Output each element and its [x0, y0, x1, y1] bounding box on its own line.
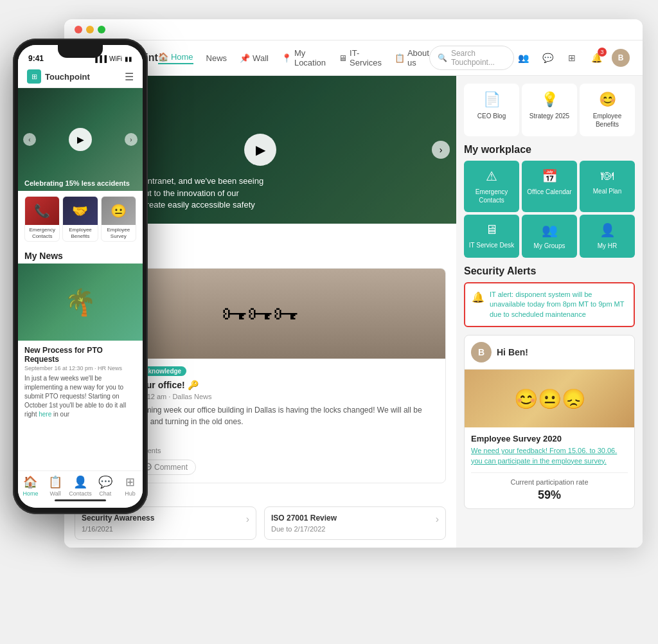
- wp-meal-plan[interactable]: 🍽 Meal Plan: [580, 161, 635, 212]
- phone-play-button[interactable]: ▶: [69, 128, 92, 151]
- nav-about[interactable]: 📋 About us: [395, 48, 429, 67]
- search-icon: 🔍: [438, 53, 447, 62]
- phone-logo: ⊞ Touchpoint: [27, 69, 90, 84]
- phone-logo-text: Touchpoint: [45, 72, 90, 82]
- hero-next-arrow[interactable]: ›: [432, 141, 450, 159]
- nav-home[interactable]: 🏠 Home: [158, 52, 193, 64]
- phone-nav-contacts[interactable]: 👤 Contacts: [68, 475, 93, 497]
- phone-news-body: New Process for PTO Requests September 1…: [18, 341, 143, 424]
- nav-bell-icon[interactable]: 🔔 3: [587, 49, 605, 67]
- security-alert-box: 🔔 IT alert: disponent system will be una…: [464, 282, 635, 327]
- browser-header: [64, 19, 643, 40]
- phone-ql-benefits-label: Employee Benefits: [63, 225, 97, 241]
- user-avatar: B: [471, 342, 492, 362]
- security-title: Security Alerts: [464, 265, 635, 277]
- ceo-blog-label: CEO Blog: [477, 112, 506, 120]
- phone-quick-links: 📞 Emergency Contacts 🤝 Employee Benefits…: [18, 191, 143, 247]
- phone-wall-icon: 📋: [48, 475, 62, 489]
- phone-news-link[interactable]: here: [39, 411, 51, 418]
- nav-news[interactable]: News: [206, 53, 227, 63]
- chevron-icon: ›: [246, 514, 249, 525]
- phone-news-meta: September 16 at 12:30 pm · HR News: [24, 365, 136, 371]
- survey-desc[interactable]: We need your feedback! From 15.06. to 30…: [471, 446, 628, 466]
- phone-hub-icon: ⊞: [125, 475, 135, 489]
- nav-wall[interactable]: 📌 Wall: [240, 53, 269, 63]
- nav-links: 🏠 Home News 📌 Wall 📍 My Location 🖥 IT-Se…: [158, 48, 429, 67]
- wp-my-hr[interactable]: 👤 My HR: [580, 215, 635, 258]
- phone-wall-label: Wall: [50, 490, 61, 497]
- ceo-blog-icon: 📄: [483, 91, 501, 108]
- nav-location[interactable]: 📍 My Location: [281, 48, 326, 67]
- phone-nav-chat[interactable]: 💬 Chat: [93, 475, 118, 497]
- survey-card-header: B Hi Ben!: [465, 335, 634, 370]
- my-groups-label: My Groups: [534, 242, 565, 250]
- alert-text: IT alert: disponent system will be unava…: [490, 290, 627, 319]
- phone-ql-emergency-icon: 📞: [25, 197, 59, 225]
- battery-icon: ▮▮: [125, 55, 132, 62]
- nav-chat-icon[interactable]: 💬: [538, 49, 556, 67]
- phone-screen: 9:41 ▐▐▐ WiFi ▮▮ ⊞ Touchpoint ☰ ‹ ›: [18, 45, 143, 508]
- wp-emergency-contacts[interactable]: ⚠ Emergency Contacts: [464, 161, 519, 212]
- strategy-icon: 💡: [541, 91, 558, 108]
- participation-box: Current participation rate 59%: [471, 472, 628, 502]
- survey-card: B Hi Ben! 😊😐😞 Employee Survey 2020 We ne…: [464, 335, 635, 509]
- nav-search-box[interactable]: 🔍 Search Touchpoint...: [429, 46, 514, 70]
- workplace-section: My workplace ⚠ Emergency Contacts 📅 Offi…: [464, 144, 635, 258]
- wp-it-service-desk[interactable]: 🖥 IT Service Desk: [464, 215, 519, 258]
- phone-news-title: New Process for PTO Requests: [24, 346, 136, 364]
- strategy-label: Strategy 2025: [529, 112, 569, 120]
- phone-hero-next[interactable]: ›: [125, 133, 138, 146]
- phone-news-image: 🌴: [18, 264, 143, 341]
- ql-strategy[interactable]: 💡 Strategy 2025: [522, 84, 577, 136]
- phone-logo-icon: ⊞: [27, 69, 41, 84]
- small-card-iso-date: Due to 2/17/2022: [271, 525, 439, 533]
- small-card-security-date: 1/16/2021: [82, 525, 249, 533]
- greeting-text: Hi Ben!: [497, 347, 528, 357]
- phone-header: ⊞ Touchpoint ☰: [18, 66, 143, 88]
- phone-ql-benefits[interactable]: 🤝 Employee Benefits: [62, 196, 98, 242]
- notification-badge: 3: [598, 48, 607, 57]
- wifi-icon: WiFi: [109, 55, 122, 62]
- ql-ceo-blog[interactable]: 📄 CEO Blog: [464, 84, 519, 136]
- meal-plan-icon: 🍽: [601, 168, 614, 183]
- phone-hero-prev[interactable]: ‹: [23, 133, 36, 146]
- phone-ql-survey-label: Employee Survey: [102, 225, 136, 241]
- small-card-iso-title: ISO 27001 Review: [271, 514, 439, 523]
- main-content: ▶ ‹ › rolled out our new intranet, and w…: [64, 76, 643, 548]
- ql-employee-benefits[interactable]: 😊 Employee Benefits: [580, 84, 635, 136]
- meal-plan-label: Meal Plan: [593, 187, 621, 195]
- close-dot[interactable]: [75, 26, 82, 33]
- phone-chat-icon: 💬: [98, 475, 112, 489]
- phone-home-icon: 🏠: [23, 475, 37, 489]
- office-calendar-icon: 📅: [542, 168, 558, 184]
- nav-people-icon[interactable]: 👥: [514, 49, 532, 67]
- alert-bell-icon: 🔔: [472, 291, 485, 303]
- phone-chat-label: Chat: [99, 490, 111, 497]
- minimize-dot[interactable]: [86, 26, 94, 33]
- phone-bottom-nav: 🏠 Home 📋 Wall 👤 Contacts 💬 Chat: [18, 470, 143, 508]
- wp-office-calendar[interactable]: 📅 Office Calendar: [522, 161, 577, 212]
- phone-ql-survey[interactable]: 😐 Employee Survey: [101, 196, 136, 242]
- small-card-iso[interactable]: › ISO 27001 Review Due to 2/17/2022: [264, 506, 446, 540]
- browser-window: ⊞ Touchpoint 🏠 Home News 📌 Wall 📍 My Loc…: [64, 19, 643, 548]
- nav-grid-icon[interactable]: ⊞: [563, 49, 581, 67]
- phone-menu-icon[interactable]: ☰: [125, 71, 134, 83]
- top-nav: ⊞ Touchpoint 🏠 Home News 📌 Wall 📍 My Loc…: [64, 40, 643, 76]
- wp-my-groups[interactable]: 👥 My Groups: [522, 215, 577, 258]
- phone-notch: [58, 45, 103, 58]
- it-service-desk-label: IT Service Desk: [469, 241, 514, 249]
- participation-pct: 59%: [471, 488, 628, 502]
- phone-nav-hub[interactable]: ⊞ Hub: [118, 475, 143, 497]
- phone-nav-wall[interactable]: 📋 Wall: [43, 475, 68, 497]
- nav-user-avatar[interactable]: B: [612, 49, 630, 67]
- survey-title: Employee Survey 2020: [471, 434, 628, 443]
- nav-it-services[interactable]: 🖥 IT-Services: [339, 48, 382, 67]
- phone-nav-home[interactable]: 🏠 Home: [18, 475, 43, 497]
- phone-ql-emergency[interactable]: 📞 Emergency Contacts: [24, 196, 60, 242]
- phone-ql-survey-icon: 😐: [102, 197, 136, 225]
- quick-links-grid: 📄 CEO Blog 💡 Strategy 2025 😊 Employee Be…: [464, 84, 635, 136]
- phone-home-indicator: [55, 499, 106, 501]
- mobile-phone: 9:41 ▐▐▐ WiFi ▮▮ ⊞ Touchpoint ☰ ‹ ›: [13, 39, 148, 514]
- maximize-dot[interactable]: [98, 26, 105, 33]
- search-placeholder: Search Touchpoint...: [451, 49, 506, 67]
